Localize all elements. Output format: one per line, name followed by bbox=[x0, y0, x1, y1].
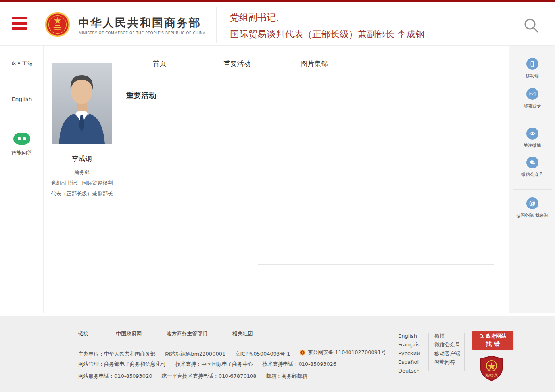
national-emblem-logo bbox=[45, 11, 70, 38]
menu-icon[interactable] bbox=[12, 17, 27, 31]
mail-icon bbox=[526, 88, 538, 100]
official-page-title: 党组副书记、 国际贸易谈判代表（正部长级）兼副部长 李成钢 bbox=[230, 9, 424, 42]
official-role-line2: 代表（正部长级）兼副部长 bbox=[46, 190, 118, 197]
lang-russian[interactable]: Русский bbox=[398, 349, 420, 358]
party-gov-badge[interactable]: 党政机关 bbox=[480, 356, 503, 381]
footer: 链接： 中国政府网 地方商务主管部门 相关社团 主办单位：中华人民共和国商务部 … bbox=[0, 316, 555, 392]
site-manager: 网站管理：商务部电子商务和信息化司 bbox=[78, 361, 166, 367]
rail-label: 关注微博 bbox=[524, 143, 541, 149]
footer-host-row: 主办单位：中华人民共和国商务部 网站标识码bm22000001 京ICP备050… bbox=[78, 349, 402, 358]
link-china-gov[interactable]: 中国政府网 bbox=[116, 331, 142, 337]
rail-label: @国务院 我来说 bbox=[516, 212, 548, 218]
official-title-line1: 党组副书记、 bbox=[230, 9, 424, 26]
left-sidebar: 返回主站 English 智能问答 bbox=[0, 46, 44, 313]
rail-separator bbox=[513, 189, 552, 190]
wechat-icon bbox=[526, 157, 538, 168]
site-subtitle: MINISTRY OF COMMERCE OF THE PEOPLE'S REP… bbox=[79, 31, 205, 35]
tech-support-phone: 技术支持电话：010-85093026 bbox=[262, 361, 336, 367]
error-badge-line1: 政府网站 bbox=[486, 333, 507, 340]
footer-links-row: 链接： 中国政府网 地方商务主管部门 相关社团 bbox=[78, 330, 276, 337]
service-phone: 网站服务电话：010-85093020 bbox=[78, 373, 152, 379]
rail-item-state-council[interactable]: @ @国务院 我来说 bbox=[509, 197, 555, 218]
mailbox[interactable]: 邮箱：商务部邮箱 bbox=[266, 373, 307, 379]
footer-language-column: English Français Русский Español Deutsch bbox=[398, 332, 420, 375]
quick-mobile-client[interactable]: 移动客户端 bbox=[434, 349, 460, 358]
footer-manage-row: 网站管理：商务部电子商务和信息化司 技术支持：中国国际电子商务中心 技术支持电话… bbox=[78, 361, 344, 368]
official-role-line1: 党组副书记、国际贸易谈判 bbox=[46, 180, 118, 187]
weibo-icon bbox=[526, 128, 538, 140]
rail-item-mobile[interactable]: 移动端 bbox=[509, 58, 555, 79]
rail-label: 微信公众号 bbox=[521, 172, 543, 178]
smart-qa-robot-icon bbox=[13, 133, 30, 145]
lang-english[interactable]: English bbox=[398, 332, 420, 340]
tab-home[interactable]: 首页 bbox=[121, 46, 198, 81]
rail-item-weibo[interactable]: 关注微博 bbox=[509, 128, 555, 149]
police-record-label: 京公网安备 11040102700091号 bbox=[307, 349, 386, 356]
quick-smart-qa[interactable]: 智能问答 bbox=[434, 358, 460, 367]
lang-german[interactable]: Deutsch bbox=[398, 367, 420, 375]
quick-weibo[interactable]: 微博 bbox=[434, 332, 460, 340]
at-icon: @ bbox=[526, 197, 538, 209]
header-divider bbox=[216, 7, 217, 43]
section-title-important-activities: 重要活动 bbox=[126, 90, 156, 101]
official-portrait-photo bbox=[52, 63, 112, 144]
right-sidebar: 移动端 邮箱登录 关注微博 bbox=[509, 46, 555, 313]
search-icon[interactable] bbox=[523, 17, 540, 34]
rail-item-wechat[interactable]: 微信公众号 bbox=[509, 157, 555, 178]
tab-bar: 首页 重要活动 图片集锦 bbox=[121, 46, 507, 81]
rail-label: 移动端 bbox=[526, 73, 539, 79]
lang-spanish[interactable]: Español bbox=[398, 358, 420, 367]
rail-separator bbox=[513, 119, 552, 119]
police-badge-icon bbox=[300, 350, 305, 356]
mobile-icon bbox=[526, 58, 538, 70]
sidebar-item-english[interactable]: English bbox=[0, 81, 44, 117]
footer-vertical-divider bbox=[428, 333, 429, 371]
site-title: 中华人民共和国商务部 bbox=[78, 15, 201, 31]
activity-content-panel bbox=[258, 101, 494, 265]
official-department: 商务部 bbox=[52, 169, 112, 176]
error-badge-line2: 找错 bbox=[482, 340, 507, 348]
links-label: 链接： bbox=[78, 331, 94, 337]
footer-vertical-divider bbox=[464, 333, 465, 371]
platform-phone: 统一平台技术支持电话：010-67870108 bbox=[162, 373, 257, 379]
tab-photo-gallery[interactable]: 图片集锦 bbox=[276, 46, 353, 81]
quick-wechat[interactable]: 微信公众号 bbox=[434, 340, 460, 349]
site-code: 网站标识码bm22000001 bbox=[165, 351, 225, 357]
footer-divider bbox=[78, 343, 383, 343]
rail-item-mail-login[interactable]: 邮箱登录 bbox=[509, 88, 555, 109]
official-name: 李成钢 bbox=[52, 154, 112, 163]
english-label: English bbox=[12, 96, 32, 102]
footer-phone-row: 网站服务电话：010-85093020 统一平台技术支持电话：010-67870… bbox=[78, 373, 315, 380]
icp-number[interactable]: 京ICP备05004093号-1 bbox=[235, 351, 290, 357]
link-local-commerce[interactable]: 地方商务主管部门 bbox=[166, 331, 207, 337]
section-underline bbox=[126, 107, 244, 107]
gov-badge-label: 党政机关 bbox=[485, 373, 498, 377]
gov-site-error-badge[interactable]: 政府网站 找错 bbox=[472, 331, 513, 350]
smart-qa-label: 智能问答 bbox=[11, 149, 33, 157]
footer-quicklinks-column: 微博 微信公众号 移动客户端 智能问答 bbox=[434, 332, 460, 367]
official-title-line2: 国际贸易谈判代表（正部长级）兼副部长 李成钢 bbox=[230, 26, 424, 42]
lang-french[interactable]: Français bbox=[398, 340, 420, 349]
sidebar-item-back-to-main[interactable]: 返回主站 bbox=[0, 46, 44, 81]
back-to-main-label: 返回主站 bbox=[11, 60, 33, 67]
magnifier-icon bbox=[479, 334, 484, 339]
tab-important-activities[interactable]: 重要活动 bbox=[198, 46, 276, 81]
host-unit: 主办单位：中华人民共和国商务部 bbox=[78, 351, 156, 357]
gov-badge-icon: 党政机关 bbox=[480, 356, 503, 381]
page: 中华人民共和国商务部 MINISTRY OF COMMERCE OF THE P… bbox=[0, 0, 555, 392]
sidebar-item-smart-qa[interactable]: 智能问答 bbox=[0, 123, 44, 166]
link-related-associations[interactable]: 相关社团 bbox=[232, 331, 253, 337]
rail-label: 邮箱登录 bbox=[524, 103, 541, 109]
header: 中华人民共和国商务部 MINISTRY OF COMMERCE OF THE P… bbox=[0, 2, 555, 46]
police-record[interactable]: 京公网安备 11040102700091号 bbox=[300, 349, 394, 356]
tech-support: 技术支持：中国国际电子商务中心 bbox=[175, 361, 253, 367]
